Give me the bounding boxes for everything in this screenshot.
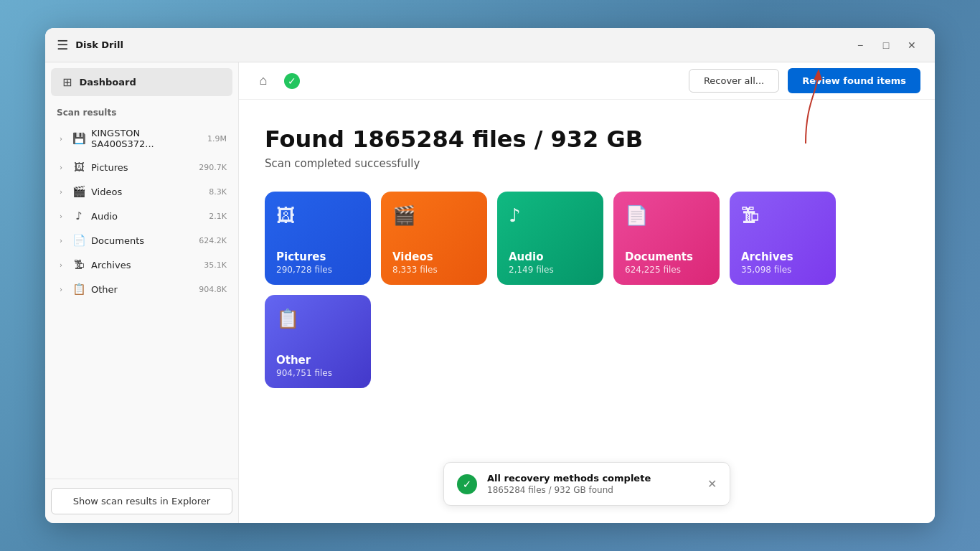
page-title: Found 1865284 files / 932 GB [265,126,909,153]
chevron-icon: › [60,135,68,143]
sidebar-item-archives[interactable]: › 🗜 Archives 35.1K [48,253,235,276]
review-found-button[interactable]: Review found items [788,68,920,93]
other-card-count: 904,751 files [276,368,359,378]
videos-card-icon: 🎬 [392,204,476,226]
archives-label: Archives [91,260,198,270]
page-subtitle: Scan completed successfully [265,157,909,170]
app-window: ☰ Disk Drill − □ ✕ ⊞ Dashboard Scan resu… [45,28,935,523]
other-label: Other [91,284,193,295]
window-controls: − □ ✕ [849,34,923,57]
sidebar-item-pictures[interactable]: › 🖼 Pictures 290.7K [48,156,235,179]
shield-check-button[interactable]: ✓ [282,71,302,91]
other-icon: 📋 [72,283,85,296]
home-button[interactable]: ⌂ [253,71,273,91]
documents-label: Documents [91,235,193,246]
audio-count: 2.1K [209,212,227,221]
archives-card-icon: 🗜 [741,204,824,226]
scan-results-section-title: Scan results [45,99,238,122]
pictures-count: 290.7K [199,163,227,172]
dashboard-label: Dashboard [79,77,136,88]
main-layout: ⊞ Dashboard Scan results › 💾 KINGSTON SA… [45,62,935,523]
chevron-icon: › [60,286,68,293]
content-body: Found 1865284 files / 932 GB Scan comple… [239,100,935,462]
drive-count: 1.9M [207,134,227,143]
sidebar-item-audio[interactable]: › ♪ Audio 2.1K [48,204,235,227]
app-title: Disk Drill [75,39,849,50]
recover-all-button[interactable]: Recover all... [689,69,779,93]
pictures-icon: 🖼 [72,161,85,174]
pictures-card-icon: 🖼 [276,204,359,226]
card-videos[interactable]: 🎬 Videos 8,333 files [381,192,487,285]
maximize-button[interactable]: □ [875,34,897,57]
documents-card-count: 624,225 files [625,265,708,275]
videos-card-count: 8,333 files [392,265,476,275]
minimize-button[interactable]: − [849,34,872,57]
videos-count: 8.3K [209,187,227,197]
videos-icon: 🎬 [72,185,85,198]
documents-count: 624.2K [199,236,227,245]
audio-card-label: Audio [509,250,592,263]
pictures-card-label: Pictures [276,250,359,263]
archives-icon: 🗜 [72,258,85,271]
chevron-icon: › [60,164,68,171]
archives-card-label: Archives [741,250,824,263]
card-audio[interactable]: ♪ Audio 2,149 files [497,192,603,285]
pictures-card-count: 290,728 files [276,265,359,275]
audio-icon: ♪ [72,209,85,222]
toast-title: All recovery methods complete [487,473,697,484]
chevron-icon: › [60,188,68,196]
sidebar-item-documents[interactable]: › 📄 Documents 624.2K [48,229,235,252]
sidebar-drive-item[interactable]: › 💾 KINGSTON SA400S372... 1.9M [48,123,235,154]
other-card-label: Other [276,354,359,367]
documents-icon: 📄 [72,234,85,247]
toast-notification: ✓ All recovery methods complete 1865284 … [443,462,730,506]
menu-icon[interactable]: ☰ [57,37,68,52]
drive-icon: 💾 [72,132,85,145]
shield-check-icon: ✓ [284,73,300,89]
audio-card-icon: ♪ [509,204,592,226]
audio-label: Audio [91,211,203,222]
other-count: 904.8K [199,285,227,294]
documents-card-icon: 📄 [625,204,708,226]
titlebar: ☰ Disk Drill − □ ✕ [45,28,935,62]
card-documents[interactable]: 📄 Documents 624,225 files [613,192,720,285]
pictures-label: Pictures [91,162,193,173]
archives-card-count: 35,098 files [741,265,824,275]
toast-text: All recovery methods complete 1865284 fi… [487,473,697,495]
chevron-icon: › [60,212,68,220]
audio-card-count: 2,149 files [509,265,592,275]
chevron-icon: › [60,261,68,269]
close-button[interactable]: ✕ [900,34,923,57]
other-card-icon: 📋 [276,308,359,329]
videos-card-label: Videos [392,250,476,263]
sidebar-bottom: Show scan results in Explorer [45,479,238,523]
toast-area: ✓ All recovery methods complete 1865284 … [239,462,935,523]
sidebar: ⊞ Dashboard Scan results › 💾 KINGSTON SA… [45,62,239,523]
card-other[interactable]: 📋 Other 904,751 files [265,295,371,388]
documents-card-label: Documents [625,250,708,263]
toast-close-button[interactable]: ✕ [707,479,717,490]
card-pictures[interactable]: 🖼 Pictures 290,728 files [265,192,371,285]
drive-label: KINGSTON SA400S372... [91,128,202,149]
card-archives[interactable]: 🗜 Archives 35,098 files [730,192,836,285]
sidebar-dashboard[interactable]: ⊞ Dashboard [51,68,232,96]
content-toolbar: ⌂ ✓ Recover all... Review found items [239,62,935,100]
show-explorer-button[interactable]: Show scan results in Explorer [51,488,232,514]
sidebar-item-videos[interactable]: › 🎬 Videos 8.3K [48,180,235,203]
dashboard-grid-icon: ⊞ [62,75,72,89]
archives-count: 35.1K [204,260,227,270]
toast-subtitle: 1865284 files / 932 GB found [487,485,697,495]
content-area: ⌂ ✓ Recover all... Review found items [239,62,935,523]
toast-check-icon: ✓ [457,474,477,494]
home-icon: ⌂ [260,73,268,88]
chevron-icon: › [60,237,68,245]
sidebar-item-other[interactable]: › 📋 Other 904.8K [48,278,235,301]
category-cards-row: 🖼 Pictures 290,728 files 🎬 Videos 8,333 … [265,192,909,388]
videos-label: Videos [91,187,203,197]
